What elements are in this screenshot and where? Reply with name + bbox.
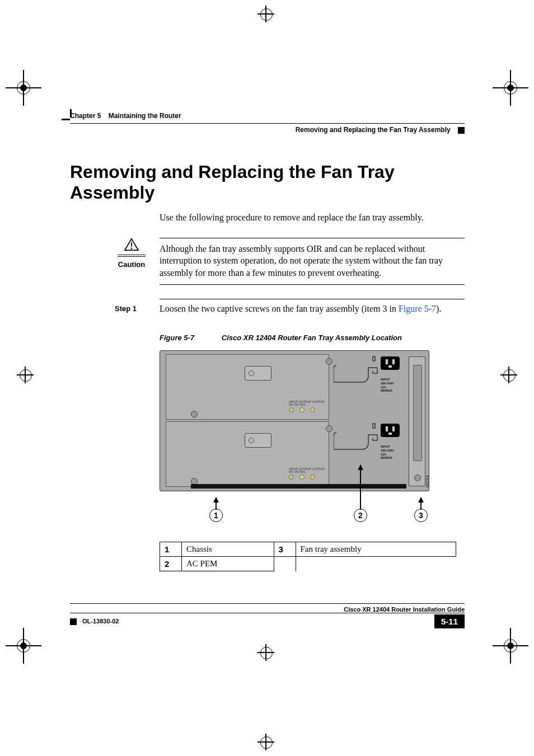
callout-number: 1	[209, 509, 223, 522]
power-spec: INPUT 100-240V 12A 50/60HZ	[381, 445, 394, 459]
registration-mark-icon	[11, 76, 36, 100]
page-number: 5-11	[434, 614, 465, 628]
running-header: Chapter 5 Maintaining the Router Removin…	[70, 112, 465, 134]
registration-mark-icon	[498, 76, 523, 100]
chapter-title: Maintaining the Router	[109, 112, 181, 120]
figure-reference-link[interactable]: Figure 5-7	[399, 304, 436, 313]
power-bottom: INPUT 100-240V 12A 50/60HZ	[334, 421, 406, 486]
figure-number: Figure 5-7	[160, 334, 194, 342]
callout-number: 2	[354, 509, 367, 522]
page-title: Removing and Replacing the Fan Tray Asse…	[70, 162, 465, 203]
step-label: Step 1	[115, 304, 137, 313]
fan-tray-illustration	[409, 356, 425, 486]
art-number: 66294	[425, 475, 430, 487]
table-row: 2 AC PEM	[160, 557, 456, 571]
page-footer: Cisco XR 12404 Router Installation Guide…	[70, 603, 465, 628]
callout-arrow-icon	[216, 497, 217, 510]
legend-num: 3	[274, 542, 296, 557]
caution-text: Although the fan tray assembly supports …	[160, 238, 465, 285]
figure-illustration: INPUT OUTPUT OUTPUT OK OK FAIL INPUT 100…	[160, 350, 434, 522]
svg-point-2	[131, 247, 133, 249]
figure-legend-table: 1 Chassis 3 Fan tray assembly 2 AC PEM	[160, 542, 456, 571]
ac-plug-icon	[381, 424, 400, 437]
guide-title: Cisco XR 12404 Router Installation Guide	[70, 606, 465, 613]
caution-label: Caution	[118, 260, 146, 269]
legend-num: 2	[160, 557, 182, 571]
doc-number: OL-13830-02	[82, 618, 119, 624]
leds-top: INPUT OUTPUT OUTPUT OK OK FAIL	[289, 400, 325, 412]
figure-caption: Figure 5-7 Cisco XR 12404 Router Fan Tra…	[160, 334, 465, 342]
step-text: Loosen the two captive screws on the fan…	[160, 304, 399, 313]
caution-icon	[124, 238, 139, 253]
caution-block: Caution Although the fan tray assembly s…	[70, 238, 465, 285]
legend-text: Chassis	[182, 542, 274, 557]
footer-marker-icon	[70, 618, 77, 625]
figure-title: Cisco XR 12404 Router Fan Tray Assembly …	[222, 334, 402, 342]
crosshair-icon	[257, 6, 274, 22]
table-row: 1 Chassis 3 Fan tray assembly	[160, 542, 456, 557]
section-marker-icon	[458, 127, 465, 134]
crosshair-icon	[500, 367, 517, 383]
chassis-illustration: INPUT OUTPUT OUTPUT OK OK FAIL INPUT 100…	[160, 350, 429, 491]
legend-text: Fan tray assembly	[296, 542, 456, 557]
crop-mark-icon	[62, 119, 70, 120]
power-top: INPUT 100-240V 12A 50/60HZ	[334, 354, 406, 419]
crosshair-icon	[257, 734, 274, 750]
chapter-number: Chapter 5	[70, 112, 101, 120]
legend-text: AC PEM	[182, 557, 274, 571]
legend-num: 1	[160, 542, 182, 557]
crosshair-icon	[257, 644, 274, 661]
power-spec: INPUT 100-240V 12A 50/60HZ	[381, 378, 394, 392]
registration-mark-icon	[498, 633, 523, 658]
crosshair-icon	[17, 367, 34, 383]
callout-arrow-icon	[360, 465, 361, 510]
callout-number: 3	[414, 509, 428, 522]
registration-mark-icon	[11, 633, 36, 658]
section-name: Removing and Replacing the Fan Tray Asse…	[296, 126, 451, 134]
ac-plug-icon	[381, 356, 400, 370]
leds-bottom: INPUT OUTPUT OUTPUT OK OK FAIL	[289, 467, 325, 480]
intro-text: Use the following procedure to remove an…	[160, 212, 465, 224]
callout-arrow-icon	[420, 497, 421, 510]
step-1: Step 1 Loosen the two captive screws on …	[70, 299, 465, 314]
step-text-tail: ).	[436, 304, 441, 313]
